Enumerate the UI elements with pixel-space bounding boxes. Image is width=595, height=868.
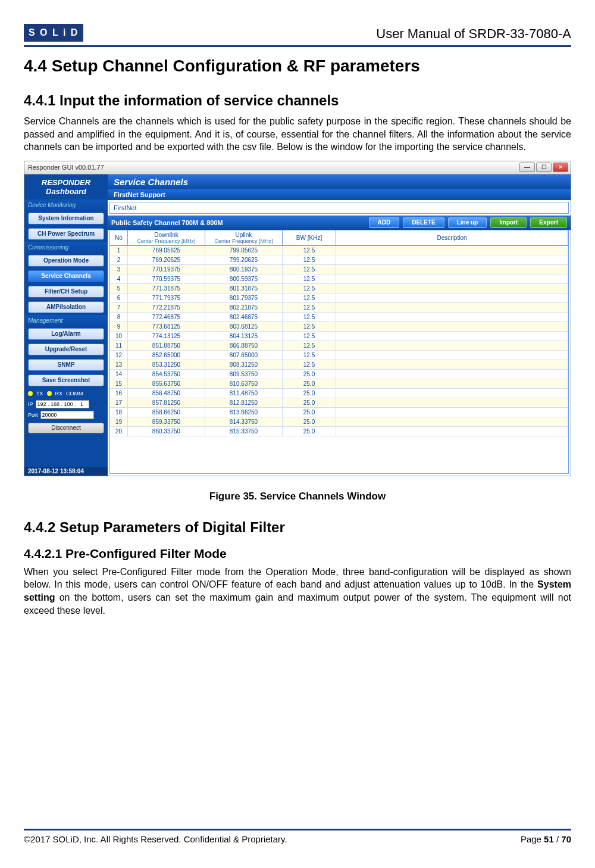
sidebar-item-operation-mode[interactable]: Operation Mode [28,255,104,267]
th-bw: BW [KHz] [283,230,336,245]
sidebar-brand: RESPONDER Dashboard [24,174,108,199]
firstnet-field[interactable]: FirstNet [109,202,569,214]
sidebar-item-filter-ch-setup[interactable]: Filter/CH Setup [28,286,104,298]
section-4-4-2-1-heading: 4.4.2.1 Pre-Configured Filter Mode [24,547,571,561]
table-row[interactable]: 5771.31875801.3187512.5 [110,284,568,294]
table-row[interactable]: 18858.66250813.6625025.0 [110,408,568,417]
sidebar-item-ch-power-spectrum[interactable]: CH Power Spectrum [28,228,104,240]
section-4-4-heading: 4.4 Setup Channel Configuration & RF par… [24,57,571,76]
window-title: Responder GUI v00.01.77 [28,164,104,171]
window-titlebar: Responder GUI v00.01.77 — ☐ ✕ [24,161,571,174]
ip-row: IP [24,399,108,410]
window-min-button[interactable]: — [519,163,535,172]
section-4-4-2-1-body: When you select Pre-Configured Filter mo… [24,566,571,617]
sidebar-group-commissioning: Commissioning [24,242,108,253]
table-row[interactable]: 7772.21875802.2187512.5 [110,303,568,313]
table-row[interactable]: 13853.31250808.3125012.5 [110,360,568,370]
disconnect-button[interactable]: Disconnect [28,423,104,433]
window-max-button[interactable]: ☐ [536,163,552,172]
delete-button[interactable]: DELETE [403,217,444,228]
footer-copyright: ©2017 SOLiD, Inc. All Rights Reserved. C… [24,834,287,844]
section-4-4-1-body: Service Channels are the channels which … [24,115,571,154]
sidebar-led-row: TX RX COMM [24,388,108,399]
sidebar-item-log-alarm[interactable]: Log/Alarm [28,328,104,340]
port-row: Port [24,410,108,420]
sidebar-group-device-monitoring: Device Monitoring [24,199,108,211]
table-row[interactable]: 16856.48750811.4875025.0 [110,389,568,398]
table-row[interactable]: 9773.68125803.6812512.5 [110,322,568,332]
main-title: Service Channels [108,174,571,189]
page-header: S O L i D User Manual of SRDR-33-7080-A [24,24,571,47]
figure-35-caption: Figure 35. Service Channels Window [24,491,571,502]
firstnet-header: FirstNet Support [108,189,571,200]
table-row[interactable]: 6771.79375801.7937512.5 [110,294,568,303]
sidebar-item-system-information[interactable]: System Information [28,213,104,224]
sidebar-item-amp-isolation[interactable]: AMP/Isolation [28,301,104,313]
table-row[interactable]: 19859.33750814.3375025.0 [110,417,568,427]
led-tx-icon [28,391,33,396]
table-row[interactable]: 14854.53750809.5375025.0 [110,370,568,379]
th-description: Description [336,230,568,245]
port-input[interactable] [40,411,94,419]
sidebar-item-snmp[interactable]: SNMP [28,359,104,371]
th-uplink: UplinkCenter Frequency [MHz] [205,230,283,245]
table-row[interactable]: 20860.33750815.3375025.0 [110,427,568,436]
sidebar-timestamp: 2017-08-12 13:58:04 [24,467,108,476]
logo: S O L i D [24,24,83,42]
table-row[interactable]: 1769.05625799.0562512.5 [110,246,568,255]
channel-toolbar: Public Safety Channel 700M & 800M ADD DE… [108,216,571,230]
section-4-4-2-heading: 4.4.2 Setup Parameters of Digital Filter [24,519,571,536]
channel-toolbar-label: Public Safety Channel 700M & 800M [111,219,223,226]
import-button[interactable]: Import [490,217,527,228]
table-row[interactable]: 2769.20625799.2062512.5 [110,255,568,265]
channel-table-body: 1769.05625799.0562512.52769.20625799.206… [109,246,569,474]
doc-title: User Manual of SRDR-33-7080-A [376,26,571,42]
add-button[interactable]: ADD [369,217,400,228]
footer-page: Page 51 / 70 [521,834,571,844]
table-row[interactable]: 11851.88750806.8875012.5 [110,341,568,351]
figure-35-screenshot: Responder GUI v00.01.77 — ☐ ✕ RESPONDER … [24,161,571,476]
table-row[interactable]: 4770.59375800.5937512.5 [110,274,568,284]
led-rx-icon [47,391,52,396]
table-row[interactable]: 15855.63750810.6375025.0 [110,379,568,389]
sidebar-item-service-channels[interactable]: Service Channels [28,270,104,282]
sidebar-group-management: Management [24,315,108,326]
table-row[interactable]: 10774.13125804.1312512.5 [110,332,568,341]
export-button[interactable]: Export [530,217,567,228]
table-row[interactable]: 3770.19375800.1937512.5 [110,265,568,274]
sidebar: RESPONDER Dashboard Device Monitoring Sy… [24,174,108,476]
section-4-4-1-heading: 4.4.1 Input the information of service c… [24,92,571,109]
sidebar-item-upgrade-reset[interactable]: Upgrade/Reset [28,344,104,355]
th-downlink: DownlinkCenter Frequency [MHz] [128,230,205,245]
ip-input[interactable] [36,400,89,408]
main-panel: Service Channels FirstNet Support FirstN… [108,174,571,476]
channel-table-header: No DownlinkCenter Frequency [MHz] Uplink… [109,230,569,246]
table-row[interactable]: 8772.46875802.4687512.5 [110,313,568,322]
th-no: No [110,230,128,245]
sidebar-item-save-screenshot[interactable]: Save Screenshot [28,374,104,386]
window-close-button[interactable]: ✕ [553,163,568,172]
table-row[interactable]: 12852.65000807.6500012.5 [110,351,568,360]
page-footer: ©2017 SOLiD, Inc. All Rights Reserved. C… [24,829,571,844]
lineup-button[interactable]: Line up [448,217,487,228]
table-row[interactable]: 17857.81250812.8125025.0 [110,398,568,408]
